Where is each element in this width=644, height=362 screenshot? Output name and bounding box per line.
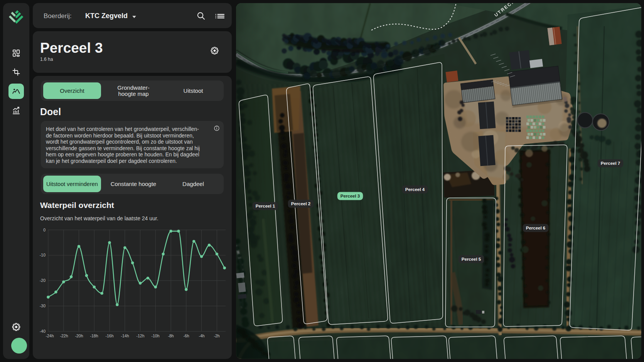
svg-text:-8h: -8h (168, 334, 174, 338)
svg-text:0: 0 (43, 228, 46, 232)
svg-text:Perceel 1: Perceel 1 (256, 204, 275, 208)
svg-text:-22h: -22h (60, 334, 68, 338)
svg-text:-30: -30 (40, 303, 46, 308)
svg-text:Perceel 7: Perceel 7 (601, 161, 620, 166)
svg-text:-20h: -20h (75, 334, 83, 338)
svg-text:-4h: -4h (199, 334, 204, 338)
svg-text:-2h: -2h (214, 334, 219, 338)
svg-text:-40: -40 (40, 329, 46, 334)
svg-text:-24h: -24h (46, 334, 54, 338)
svg-text:-12h: -12h (136, 334, 144, 338)
svg-text:-16h: -16h (105, 334, 113, 338)
svg-text:-18h: -18h (90, 334, 98, 338)
svg-text:Perceel 3: Perceel 3 (341, 194, 360, 198)
svg-text:-20: -20 (40, 278, 46, 283)
svg-text:-14h: -14h (121, 334, 129, 338)
svg-text:Perceel 4: Perceel 4 (405, 187, 425, 192)
svg-text:Perceel 5: Perceel 5 (462, 257, 481, 261)
svg-text:Perceel 6: Perceel 6 (526, 226, 546, 230)
svg-text:Perceel 2: Perceel 2 (291, 201, 311, 206)
svg-text:-10: -10 (40, 253, 46, 257)
svg-text:-6h: -6h (183, 334, 189, 338)
svg-text:-10h: -10h (151, 334, 159, 338)
